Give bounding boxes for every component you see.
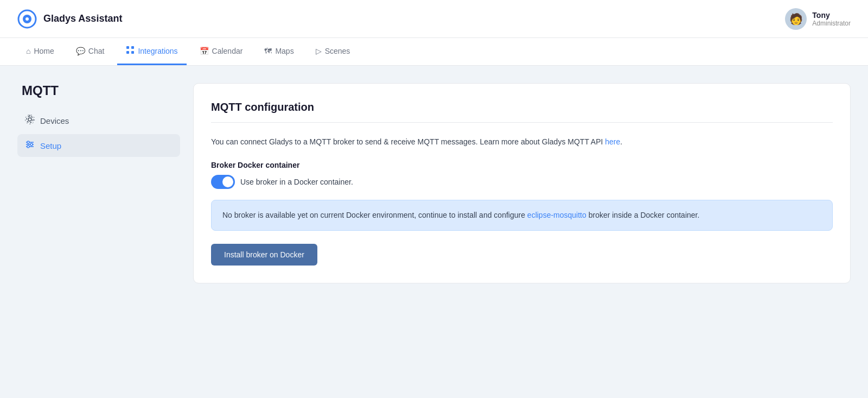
sidebar-item-devices[interactable]: Devices bbox=[17, 109, 180, 132]
tab-maps[interactable]: 🗺 Maps bbox=[256, 39, 302, 65]
main-layout: MQTT Devices bbox=[0, 66, 868, 388]
svg-rect-6 bbox=[131, 51, 134, 54]
home-icon: ⌂ bbox=[26, 47, 30, 55]
tab-home[interactable]: ⌂ Home bbox=[17, 39, 63, 65]
sidebar-setup-label: Setup bbox=[40, 141, 61, 150]
config-card-title: MQTT configuration bbox=[211, 101, 833, 123]
info-text-before: No broker is available yet on current Do… bbox=[222, 211, 527, 219]
tab-scenes-label: Scenes bbox=[325, 47, 350, 55]
user-info: Tony Administrator bbox=[812, 11, 851, 27]
topbar-left: Gladys Assistant bbox=[17, 9, 122, 29]
sidebar-nav: Devices Setup bbox=[17, 109, 180, 157]
sidebar-item-setup[interactable]: Setup bbox=[17, 134, 180, 157]
tab-chat-label: Chat bbox=[88, 47, 105, 55]
sidebar-title: MQTT bbox=[17, 83, 180, 98]
tab-integrations-label: Integrations bbox=[138, 47, 177, 55]
svg-point-14 bbox=[30, 143, 33, 146]
app-title: Gladys Assistant bbox=[43, 13, 122, 24]
svg-point-13 bbox=[27, 141, 29, 143]
tab-integrations[interactable]: Integrations bbox=[117, 38, 186, 65]
sidebar-devices-label: Devices bbox=[40, 116, 69, 125]
toggle-slider bbox=[211, 175, 235, 189]
scenes-icon: ▷ bbox=[316, 47, 322, 55]
avatar: 🧑 bbox=[785, 8, 807, 30]
svg-rect-3 bbox=[126, 46, 129, 49]
svg-rect-5 bbox=[126, 51, 129, 54]
config-card: MQTT configuration You can connect Glady… bbox=[193, 83, 851, 283]
docker-toggle[interactable] bbox=[211, 175, 235, 189]
svg-point-7 bbox=[28, 118, 31, 121]
tab-chat[interactable]: 💬 Chat bbox=[67, 39, 113, 65]
devices-icon bbox=[25, 115, 35, 127]
user-role: Administrator bbox=[812, 20, 851, 27]
sidebar: MQTT Devices bbox=[17, 83, 180, 370]
nav-tabs: ⌂ Home 💬 Chat Integrations 📅 Calendar 🗺 … bbox=[0, 38, 868, 66]
user-name: Tony bbox=[812, 11, 829, 20]
info-text-after: broker inside a Docker container. bbox=[586, 211, 700, 219]
setup-icon bbox=[25, 140, 35, 151]
svg-point-2 bbox=[25, 17, 29, 21]
topbar: Gladys Assistant 🧑 Tony Administrator bbox=[0, 0, 868, 38]
svg-rect-4 bbox=[131, 46, 134, 49]
integrations-icon bbox=[126, 46, 135, 56]
topbar-right: 🧑 Tony Administrator bbox=[785, 8, 851, 30]
calendar-icon: 📅 bbox=[200, 47, 209, 55]
tab-scenes[interactable]: ▷ Scenes bbox=[307, 39, 359, 65]
tab-calendar[interactable]: 📅 Calendar bbox=[191, 39, 252, 65]
svg-point-8 bbox=[27, 116, 33, 123]
tab-calendar-label: Calendar bbox=[212, 47, 243, 55]
tab-maps-label: Maps bbox=[275, 47, 293, 55]
config-description: You can connect Gladys to a MQTT broker … bbox=[211, 136, 833, 148]
toggle-row: Use broker in a Docker container. bbox=[211, 175, 833, 189]
chat-icon: 💬 bbox=[76, 47, 85, 55]
config-description-text: You can connect Gladys to a MQTT broker … bbox=[211, 137, 605, 146]
tab-home-label: Home bbox=[34, 47, 54, 55]
info-link[interactable]: eclipse-mosquitto bbox=[527, 211, 586, 219]
section-label: Broker Docker container bbox=[211, 161, 833, 169]
app-logo-icon bbox=[17, 9, 37, 29]
maps-icon: 🗺 bbox=[264, 47, 272, 55]
info-box: No broker is available yet on current Do… bbox=[211, 200, 833, 230]
content-area: MQTT configuration You can connect Glady… bbox=[193, 83, 851, 370]
svg-point-15 bbox=[27, 146, 29, 148]
toggle-label: Use broker in a Docker container. bbox=[240, 178, 353, 186]
install-broker-button[interactable]: Install broker on Docker bbox=[211, 244, 317, 266]
config-description-link[interactable]: here bbox=[605, 137, 620, 146]
